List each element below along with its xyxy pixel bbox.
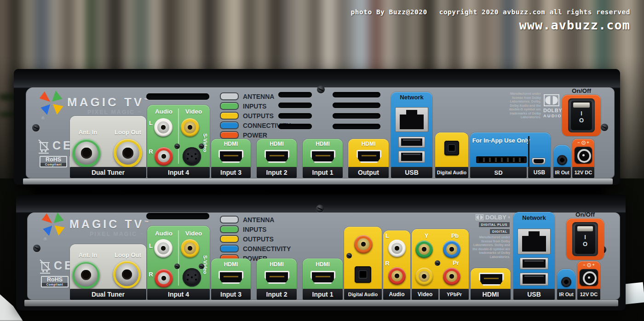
- panel-divider: [178, 230, 179, 286]
- hdmi-port: [264, 271, 289, 284]
- right-channel-label: R: [385, 260, 390, 267]
- rca-jack-audio-left: [388, 240, 406, 257]
- hdmi-port: [264, 150, 289, 163]
- usb-port: [398, 137, 425, 148]
- digital-plus-bar: DIGITAL PLUS: [478, 222, 510, 228]
- screw-icon: [317, 86, 325, 93]
- audio-out-label: Audio: [383, 289, 410, 300]
- vent-slot: [278, 92, 312, 97]
- vent-slot: [333, 124, 380, 129]
- loop-out-label: Loop Out: [110, 129, 145, 136]
- panel-12v-dc: − +: [577, 261, 600, 289]
- panel-input4: Audio Video L R S-Video: [147, 226, 210, 289]
- audio-header: Audio: [151, 230, 177, 237]
- hdmi-port: [479, 273, 504, 286]
- rca-jack-pb: [443, 241, 460, 258]
- loop-out-label: Loop Out: [110, 252, 145, 258]
- input4-label: Input 4: [147, 289, 210, 300]
- digital-audio-label: Digital Audio: [344, 289, 382, 300]
- rocker-edge: [577, 226, 593, 231]
- legend-swatch: [220, 131, 239, 139]
- device-bottom: ® MAGIC TV™ PIXEL MAGIC™ CE RoHSComplian…: [16, 195, 626, 310]
- rca-jack-audio-left: [154, 239, 172, 258]
- rca-jack-audio-right: [155, 147, 173, 166]
- hdmi-port: [218, 271, 243, 284]
- dc-polarity-icon: − +: [572, 140, 594, 145]
- micro-usb-port: [532, 158, 546, 165]
- inapp-title: For In-App Use Only: [470, 137, 532, 144]
- hdmi-input3-label: Input 3: [211, 167, 251, 178]
- panel-video-ypbpr: Y Pb Pr: [412, 229, 469, 289]
- watermark-copyright: copyright 2020 avbuzz.com all rights res…: [439, 8, 630, 16]
- registered-mark: ®: [41, 116, 45, 120]
- vent-slot: [278, 103, 312, 108]
- ant-in-label: Ant. In: [73, 252, 103, 258]
- panel-divider: [528, 136, 529, 167]
- pixel-magic-icon: [80, 231, 87, 237]
- chassis-base: [23, 178, 613, 184]
- digital-audio-label: Digital Audio: [435, 167, 468, 178]
- loop-out-connector: [114, 139, 142, 167]
- screw-icon: [601, 124, 608, 131]
- ant-in-connector: [72, 261, 100, 289]
- watermark-site: www.avbuzz.com: [351, 18, 630, 32]
- dolby-word: DOLBY: [543, 108, 562, 113]
- panel-sd-usb: For In-App Use Only: [470, 132, 551, 167]
- on-off-label: On/Off: [562, 87, 601, 94]
- off-mark: O: [579, 117, 584, 124]
- panel-hdmi-input1: HDMI: [303, 258, 343, 289]
- audio-header: Audio: [151, 108, 177, 115]
- hdmi-output-label: Output: [348, 167, 389, 178]
- usb-port: [398, 151, 425, 163]
- legend-row: ANTENNA: [220, 216, 291, 224]
- audio-word: AUDIO: [543, 113, 562, 118]
- usb-port: [520, 258, 548, 269]
- legend-row: POWER: [220, 131, 291, 139]
- rca-jack-audio-left: [154, 118, 172, 137]
- rocker-bezel: I O: [572, 222, 598, 256]
- sd-card-slot: [476, 156, 527, 163]
- legend-swatch: [220, 225, 239, 233]
- ethernet-port: [518, 229, 551, 254]
- rca-jack-audio-right: [155, 269, 173, 287]
- dc-label: 12V DC: [577, 289, 600, 300]
- panel-digital-audio: [344, 227, 382, 289]
- vent-slot: [278, 124, 312, 129]
- legend-swatch: [220, 216, 239, 224]
- hdmi-input3-label: Input 3: [211, 289, 251, 300]
- device-top: ® MAGIC TV™ PIXEL MAGIC™ CE RoHSComplian…: [14, 69, 620, 185]
- brand-text: MAGIC TV™: [67, 95, 149, 109]
- pb-label: Pb: [449, 232, 460, 239]
- digital-bar: DIGITAL: [489, 229, 510, 235]
- hdmi-input2-label: Input 2: [257, 289, 297, 300]
- on-off-label: On/Off: [566, 211, 604, 218]
- power-rocker-switch: I O: [575, 224, 595, 254]
- dual-tuner-label: Dual Tuner: [70, 289, 146, 300]
- watermark-credit: photo By Buzz@2020: [351, 8, 427, 16]
- panel-divider: [178, 109, 179, 164]
- sd-label: SD: [470, 167, 527, 178]
- ir-out-label: IR Out: [557, 289, 575, 300]
- optical-port: [355, 266, 371, 283]
- pixel-magic-brand: PIXEL MAGIC™: [78, 109, 142, 115]
- panel-on-off: I O: [566, 218, 604, 260]
- weee-icon: [39, 259, 51, 275]
- dc-jack: [580, 269, 598, 286]
- hdmi-port-label: HDMI: [303, 141, 343, 147]
- photo-canvas: photo By Buzz@2020copyright 2020 avbuzz.…: [0, 0, 644, 321]
- hdmi-port: [310, 271, 335, 284]
- panel-hdmi-input1: HDMI: [303, 139, 343, 167]
- screw-icon: [174, 264, 180, 269]
- pixel-magic-icon: [78, 109, 85, 115]
- right-channel-label: R: [148, 148, 154, 155]
- pr-label: Pr: [450, 259, 461, 266]
- pixel-magic-brand: PIXEL MAGIC™: [80, 231, 144, 237]
- registered-mark: ®: [44, 237, 47, 241]
- screw-icon: [316, 205, 324, 212]
- ant-in-connector: [72, 139, 101, 167]
- ir-jack: [557, 155, 567, 165]
- rca-jack-video: [415, 268, 433, 285]
- y-label: Y: [422, 232, 431, 239]
- legend-swatch: [220, 102, 239, 110]
- hdmi-port-label: HDMI: [348, 141, 389, 147]
